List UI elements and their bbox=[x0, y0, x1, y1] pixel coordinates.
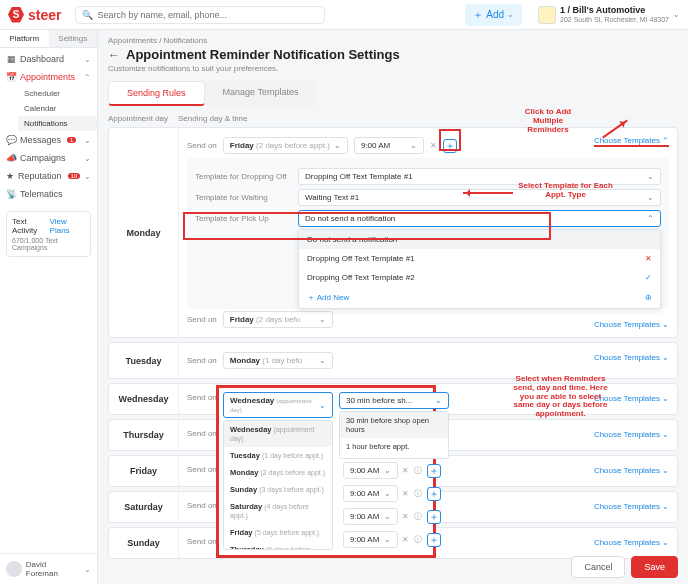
search-icon: 🔍 bbox=[82, 10, 93, 20]
chevron-down-icon: ⌄ bbox=[662, 538, 669, 547]
nav-appointments[interactable]: 📅Appointments⌃ bbox=[0, 68, 97, 86]
list-item[interactable]: Wednesday (appointment day) bbox=[224, 421, 332, 447]
dd-item[interactable]: Dropping Off Text Template #2✓ bbox=[299, 268, 660, 287]
list-item[interactable]: Monday (2 days before appt.) bbox=[224, 464, 332, 481]
day-time-picker-overlay: Wednesday (appointment day)⌄ Wednesday (… bbox=[216, 385, 436, 558]
dd-item[interactable]: Do not send a notification bbox=[299, 230, 660, 249]
day-select[interactable]: Monday (1 day befo⌄ bbox=[223, 352, 333, 369]
list-item[interactable]: Tuesday (1 day before appt.) bbox=[224, 447, 332, 464]
day-block-tuesday: Tuesday Choose Templates⌄ Send onMonday … bbox=[108, 342, 678, 379]
view-plans-link[interactable]: View Plans bbox=[50, 217, 85, 235]
add-reminder-button[interactable]: ＋ bbox=[427, 464, 441, 478]
col-sending: Sending day & time bbox=[178, 114, 247, 123]
choose-templates-link[interactable]: Choose Templates⌃ bbox=[594, 136, 669, 147]
check-icon: ✓ bbox=[645, 273, 652, 282]
remove-icon[interactable]: ✕ bbox=[645, 254, 652, 263]
dashboard-icon: ▦ bbox=[6, 54, 16, 64]
user-menu[interactable]: David Foreman ⌄ bbox=[0, 553, 97, 584]
chevron-down-icon: ⌄ bbox=[647, 172, 654, 181]
clear-icon[interactable]: ✕ bbox=[402, 466, 409, 475]
time-select[interactable]: 9:00 AM⌄ bbox=[343, 508, 398, 525]
brand-mark-icon: S bbox=[8, 7, 24, 23]
dd-item[interactable]: Dropping Off Text Template #1✕ bbox=[299, 249, 660, 268]
badge: 10 bbox=[68, 173, 81, 179]
time-select[interactable]: 9:00 AM⌄ bbox=[343, 462, 398, 479]
chevron-down-icon: ⌄ bbox=[84, 154, 91, 163]
panel-day-select[interactable]: Wednesday (appointment day)⌄ bbox=[223, 392, 333, 418]
location-name: 1 / Bill's Automotive bbox=[560, 6, 669, 16]
list-item[interactable]: Sunday (3 days before appt.) bbox=[224, 481, 332, 498]
list-item[interactable]: Friday (5 days before appt.) bbox=[224, 524, 332, 541]
nav-calendar[interactable]: Calendar bbox=[18, 101, 97, 116]
tpl-drop-select[interactable]: Dropping Off Text Template #1⌄ bbox=[298, 168, 661, 185]
choose-templates-link[interactable]: Choose Templates⌄ bbox=[594, 538, 669, 547]
day-select[interactable]: Friday (2 days before appt.)⌄ bbox=[223, 137, 348, 154]
list-item[interactable]: Saturday (4 days before appt.) bbox=[224, 498, 332, 524]
panel-time-select[interactable]: 30 min before sh...⌄ bbox=[339, 392, 449, 409]
add-reminder-button[interactable]: ＋ bbox=[443, 139, 457, 153]
send-on-label: Send on bbox=[187, 429, 217, 438]
dd-add-new[interactable]: ＋ Add New⊕ bbox=[299, 287, 660, 308]
nav-reputation[interactable]: ★Reputation10⌄ bbox=[0, 167, 97, 185]
nav-telematics[interactable]: 📡Telematics bbox=[0, 185, 97, 203]
side-box-title: Text Activity bbox=[12, 217, 50, 235]
chevron-down-icon: ⌄ bbox=[507, 10, 514, 19]
chevron-down-icon: ⌄ bbox=[319, 401, 326, 410]
search-input[interactable] bbox=[97, 10, 318, 20]
tab-manage-templates[interactable]: Manage Templates bbox=[205, 81, 317, 106]
clear-icon[interactable]: ✕ bbox=[402, 535, 409, 544]
clear-icon[interactable]: ✕ bbox=[402, 489, 409, 498]
add-reminder-button[interactable]: ＋ bbox=[427, 510, 441, 524]
panel-day-list: Wednesday (appointment day)Tuesday (1 da… bbox=[223, 420, 333, 550]
col-appt-day: Appointment day bbox=[108, 114, 178, 123]
add-reminder-button[interactable]: ＋ bbox=[427, 487, 441, 501]
brand-logo: S steer bbox=[8, 7, 61, 23]
sidebar: Platform Settings ▦Dashboard⌄ 📅Appointme… bbox=[0, 30, 98, 584]
list-item[interactable]: 1 hour before appt. bbox=[340, 438, 448, 455]
list-item[interactable]: Thursday (6 days before appt.) bbox=[224, 541, 332, 550]
day-label: Wednesday bbox=[109, 384, 179, 414]
breadcrumb: Appointments / Notifications bbox=[108, 36, 678, 45]
tab-sending-rules[interactable]: Sending Rules bbox=[108, 81, 205, 106]
time-select[interactable]: 9:00 AM⌄ bbox=[343, 531, 398, 548]
list-item[interactable]: 30 min before shop open hours bbox=[340, 412, 448, 438]
nav-notifications[interactable]: Notifications bbox=[18, 116, 97, 131]
back-arrow-icon[interactable]: ← bbox=[108, 48, 120, 62]
add-reminder-button[interactable]: ＋ bbox=[427, 533, 441, 547]
choose-templates-link[interactable]: Choose Templates⌄ bbox=[594, 394, 669, 403]
location-picker[interactable]: 1 / Bill's Automotive 202 South St, Roch… bbox=[538, 6, 680, 24]
send-on-label: Send on bbox=[187, 141, 217, 150]
day-select[interactable]: Friday (2 days befo⌄ bbox=[223, 311, 333, 328]
time-select[interactable]: 9:00 AM⌄ bbox=[354, 137, 424, 154]
nav-dashboard[interactable]: ▦Dashboard⌄ bbox=[0, 50, 97, 68]
send-on-label: Send on bbox=[187, 501, 217, 510]
page-title: Appointment Reminder Notification Settin… bbox=[126, 47, 400, 62]
topbar: S steer 🔍 ＋ Add ⌄ 1 / Bill's Automotive … bbox=[0, 0, 688, 30]
page-subtitle: Customize notifications to suit your pre… bbox=[108, 64, 678, 73]
location-avatar bbox=[538, 6, 556, 24]
choose-templates-link[interactable]: Choose Templates⌄ bbox=[594, 430, 669, 439]
choose-templates-link[interactable]: Choose Templates⌄ bbox=[594, 320, 669, 329]
chevron-down-icon: ⌄ bbox=[647, 193, 654, 202]
plus-icon: ＋ bbox=[473, 8, 483, 22]
message-icon: 💬 bbox=[6, 135, 16, 145]
choose-templates-link[interactable]: Choose Templates⌄ bbox=[594, 502, 669, 511]
clear-icon[interactable]: ✕ bbox=[430, 141, 437, 150]
choose-templates-link[interactable]: Choose Templates⌄ bbox=[594, 353, 669, 362]
add-button[interactable]: ＋ Add ⌄ bbox=[465, 4, 522, 26]
nav-messages[interactable]: 💬Messages1⌄ bbox=[0, 131, 97, 149]
side-tab-platform[interactable]: Platform bbox=[0, 30, 49, 48]
search-input-wrap[interactable]: 🔍 bbox=[75, 6, 325, 24]
save-button[interactable]: Save bbox=[631, 556, 678, 578]
time-select[interactable]: 9:00 AM⌄ bbox=[343, 485, 398, 502]
signal-icon: 📡 bbox=[6, 189, 16, 199]
main-panel: Appointments / Notifications ← Appointme… bbox=[98, 30, 688, 584]
tpl-pick-select[interactable]: Do not send a notification⌃ bbox=[298, 210, 661, 227]
side-tab-settings[interactable]: Settings bbox=[49, 30, 98, 48]
nav-scheduler[interactable]: Scheduler bbox=[18, 86, 97, 101]
nav-campaigns[interactable]: 📣Campaigns⌄ bbox=[0, 149, 97, 167]
cancel-button[interactable]: Cancel bbox=[571, 556, 625, 578]
clear-icon[interactable]: ✕ bbox=[402, 512, 409, 521]
choose-templates-link[interactable]: Choose Templates⌄ bbox=[594, 466, 669, 475]
day-label: Monday bbox=[109, 128, 179, 337]
